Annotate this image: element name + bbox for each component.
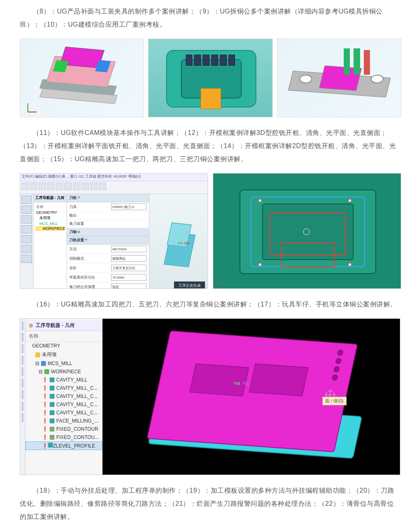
cam-screenshot-left: 文件(F) 编辑(E) 视图(V) 插 ... 窗口 GC 工具箱 星空外挂 V…: [20, 173, 208, 289]
image-row-1: [20, 39, 400, 117]
op-icon: [50, 377, 55, 382]
tree-item[interactable]: GEOMETRY: [25, 342, 102, 350]
cad-thumbnail-1: [20, 39, 144, 117]
left-icon-rail[interactable]: [20, 194, 34, 289]
paragraph-11-15: （11）：UG软件CAM模块基本操作与工具讲解；（12）：开模框案例详解3D型腔…: [20, 126, 400, 166]
rail-icon[interactable]: [22, 356, 23, 365]
paragraph-18-22: （18）：手动与外挂后处理、加工程序单的制作；（19）：加工模板设置的多种方法与…: [20, 484, 400, 521]
paragraph-16-17: （16）：UG精雕高速加工四把刀、五把刀、六把刀等复杂铜公案例讲解；（17）：玩…: [20, 298, 400, 311]
selection-tooltip: 面 / 体(0): [322, 397, 347, 405]
image-row-2: 文件(F) 编辑(E) 视图(V) 插 ... 窗口 GC 工具箱 星空外挂 V…: [20, 173, 400, 289]
tree-item[interactable]: ❗FACE_MILLING_...: [25, 417, 102, 425]
op-icon: [50, 410, 55, 415]
tree-item[interactable]: ❗CAVITY_MILL_C...: [25, 384, 102, 392]
op-icon: [50, 418, 55, 423]
operation-panel[interactable]: 刀轨 ^ 刀具D50R5 (铣刀-5 输出 换刀设置 刀轴 v 刀轨设置 ^ 方…: [67, 194, 149, 289]
cam-viewport[interactable]: YM XM 工序正在生成: [149, 194, 208, 289]
tree-item[interactable]: ❗FIXED_CONTOU...: [25, 433, 102, 441]
op-icon: [50, 435, 55, 440]
tree-item[interactable]: ❗CAVITY_MILL: [25, 376, 102, 384]
toolbar[interactable]: [20, 181, 208, 194]
pin-icon[interactable]: ⚙: [29, 323, 33, 329]
cam-screenshot-wide: ⚙工序导航器 - 几何 名称 GEOMETRY 未用项 ⊟ MCS_MILL ⊟…: [20, 318, 400, 475]
op-icon: [50, 394, 55, 399]
tree-item[interactable]: 未用项: [25, 350, 102, 359]
tree-item[interactable]: ❗CAVITY_MILL_C...: [25, 392, 102, 400]
rail-icon[interactable]: [22, 413, 23, 422]
tree-item-selected[interactable]: ❗ZLEVEL_PROFILE: [25, 441, 102, 450]
tree-item[interactable]: ⊟ MCS_MILL: [25, 359, 102, 368]
tree-item[interactable]: ❗CAVITY_MILL_C...: [25, 400, 102, 409]
cam-screenshot-right: X: [213, 173, 401, 289]
geometry-tree[interactable]: 名称 GEOMETRY 未用项 MCS_MILL WORKPIECE: [34, 202, 66, 233]
tree-item[interactable]: ❗FIXED_CONTOUR: [25, 425, 102, 433]
op-icon: [50, 386, 55, 391]
rail-icon[interactable]: [22, 402, 23, 411]
menubar[interactable]: 文件(F) 编辑(E) 视图(V) 插 ... 窗口 GC 工具箱 星空外挂 V…: [20, 174, 208, 181]
cad-thumbnail-2: [148, 39, 272, 117]
tree-header: 工序导航器 - 几何: [34, 194, 66, 202]
folder-icon: [35, 352, 40, 357]
tree-item[interactable]: ❗CAVITY_MILL_C...: [25, 409, 102, 417]
rail-icon[interactable]: [22, 344, 23, 353]
left-icon-rail-wide[interactable]: [20, 319, 25, 475]
progress-dialog: 工序正在生成: [174, 281, 205, 289]
rail-icon[interactable]: [22, 390, 23, 399]
op-icon: [50, 402, 55, 407]
op-icon: [50, 427, 55, 432]
tree-item[interactable]: ⊟ WORKPIECE: [25, 368, 102, 376]
operation-tree[interactable]: ⚙工序导航器 - 几何 名称 GEOMETRY 未用项 ⊟ MCS_MILL ⊟…: [25, 319, 102, 475]
mcs-icon: [41, 361, 46, 366]
op-icon: [48, 443, 53, 448]
rail-icon[interactable]: [22, 379, 23, 388]
workpiece-icon: [44, 369, 49, 374]
cam-viewport-wide[interactable]: YM YC 面 / 体(0): [103, 319, 400, 475]
rail-icon[interactable]: [22, 321, 23, 330]
paragraph-8-10: （8）：UG产品补面与工装夹具的制作多个案例讲解；（9）：UG拆铜公多个案例讲解…: [20, 5, 400, 31]
rail-icon[interactable]: [22, 367, 23, 376]
rail-icon[interactable]: [22, 333, 23, 342]
cad-thumbnail-3: [277, 39, 401, 117]
